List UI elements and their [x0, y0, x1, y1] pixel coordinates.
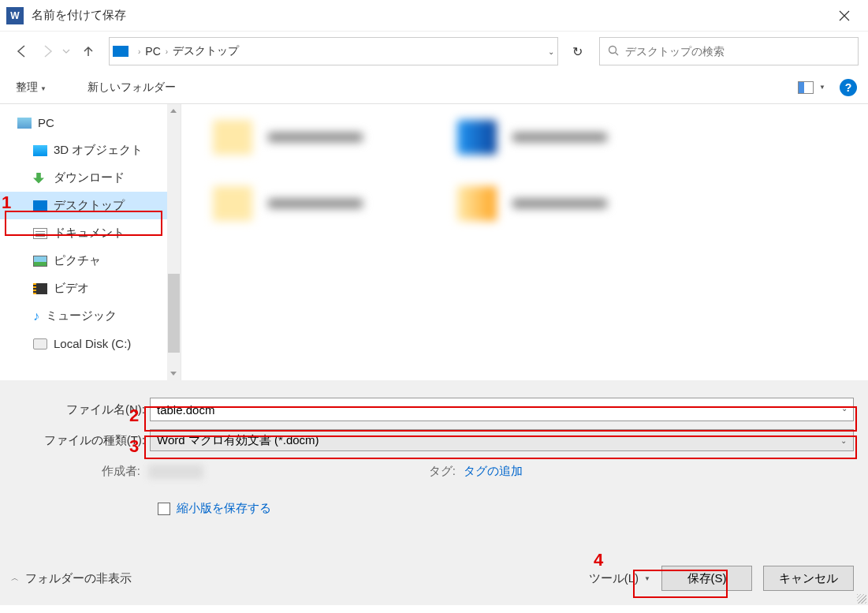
chevron-right-icon: › [138, 47, 140, 56]
sidebar-item-label: ミュージック [46, 308, 117, 323]
hide-folders-button[interactable]: ︿ フォルダーの非表示 [11, 571, 132, 586]
thumbnail-checkbox[interactable] [158, 503, 170, 515]
annotation-num-1: 1 [2, 192, 11, 213]
sidebar-item-label: デスクトップ [54, 198, 125, 213]
search-box[interactable] [599, 37, 859, 65]
sidebar-item-documents[interactable]: ドキュメント [0, 219, 181, 247]
save-button[interactable]: 保存(S) [661, 566, 752, 591]
tag-label: タグ: [429, 464, 456, 479]
annotation-num-2: 2 [129, 406, 139, 426]
cancel-button[interactable]: キャンセル [763, 566, 854, 591]
hide-folders-label: フォルダーの非表示 [25, 571, 132, 586]
filetype-select[interactable]: Word マクロ有効文書 (*.docm) ⌄ [150, 429, 854, 451]
sidebar-item-label: PC [38, 116, 54, 129]
disk-icon [33, 338, 47, 349]
help-button[interactable]: ? [840, 79, 857, 96]
breadcrumb-desktop[interactable]: デスクトップ [173, 44, 239, 58]
file-list[interactable] [181, 104, 868, 380]
download-icon [33, 173, 47, 184]
resize-handle[interactable] [857, 594, 866, 604]
sidebar-item-downloads[interactable]: ダウンロード [0, 164, 181, 192]
tools-button[interactable]: ツール(L) ▼ [589, 571, 650, 586]
svg-point-0 [609, 46, 617, 53]
close-button[interactable] [826, 4, 862, 28]
sidebar-scrollbar[interactable] [167, 104, 181, 380]
annotation-num-4: 4 [594, 550, 603, 570]
new-folder-button[interactable]: 新しいフォルダー [83, 77, 181, 98]
sidebar-item-label: 3D オブジェクト [54, 143, 143, 158]
dialog-title: 名前を付けて保存 [32, 8, 126, 23]
document-icon [33, 228, 47, 239]
search-input[interactable] [625, 45, 850, 58]
toolbar: 整理▼ 新しいフォルダー ▼ ? [0, 71, 868, 104]
picture-icon [33, 256, 47, 267]
sidebar-item-music[interactable]: ♪ ミュージック [0, 302, 181, 330]
chevron-down-icon: ▼ [644, 575, 650, 582]
chevron-up-icon: ︿ [11, 573, 19, 584]
author-label: 作成者: [14, 464, 148, 479]
pc-icon [17, 118, 32, 129]
chevron-down-icon[interactable]: ⌄ [841, 404, 848, 413]
desktop-icon [113, 46, 129, 57]
filetype-value: Word マクロ有効文書 (*.docm) [157, 433, 319, 448]
tools-label: ツール(L) [589, 571, 639, 586]
refresh-button[interactable]: ↻ [561, 37, 593, 65]
organize-label: 整理 [16, 80, 38, 93]
breadcrumb-pc[interactable]: PC [145, 45, 160, 58]
cube-icon [33, 145, 47, 156]
author-value[interactable] [148, 465, 203, 479]
sidebar-item-videos[interactable]: ビデオ [0, 275, 181, 302]
cancel-label: キャンセル [779, 571, 838, 586]
word-icon: W [6, 7, 24, 24]
sidebar-item-localdisk[interactable]: Local Disk (C:) [0, 330, 181, 357]
organize-button[interactable]: 整理▼ [11, 77, 51, 98]
sidebar: PC 3D オブジェクト ダウンロード デスクトップ ドキュメント ピクチャ ビ… [0, 104, 181, 380]
save-label: 保存(S) [687, 571, 727, 586]
sidebar-item-3d[interactable]: 3D オブジェクト [0, 136, 181, 164]
forward-button[interactable] [35, 39, 60, 64]
recent-dropdown[interactable] [60, 39, 73, 64]
view-icon [798, 81, 814, 94]
sidebar-item-label: ピクチャ [54, 253, 101, 268]
annotation-num-3: 3 [129, 436, 139, 457]
sidebar-item-label: ビデオ [54, 281, 89, 296]
sidebar-item-label: Local Disk (C:) [54, 337, 131, 350]
sidebar-item-label: ドキュメント [54, 226, 125, 241]
video-icon [33, 283, 47, 294]
filename-input[interactable] [150, 398, 854, 421]
chevron-right-icon: › [166, 47, 168, 56]
desktop-icon [33, 200, 47, 211]
up-button[interactable] [76, 39, 101, 64]
sidebar-item-pc[interactable]: PC [0, 109, 181, 136]
sidebar-item-pictures[interactable]: ピクチャ [0, 247, 181, 275]
view-button[interactable]: ▼ [798, 81, 825, 94]
main-area: PC 3D オブジェクト ダウンロード デスクトップ ドキュメント ピクチャ ビ… [0, 104, 868, 380]
chevron-down-icon[interactable]: ⌄ [548, 47, 554, 56]
tag-add-link[interactable]: タグの追加 [464, 464, 523, 479]
back-button[interactable] [9, 39, 35, 64]
sidebar-item-desktop[interactable]: デスクトップ [0, 192, 181, 219]
title-bar: W 名前を付けて保存 [0, 0, 868, 32]
chevron-down-icon: ⌄ [840, 436, 847, 445]
breadcrumb[interactable]: › PC › デスクトップ ⌄ [109, 37, 558, 65]
nav-bar: › PC › デスクトップ ⌄ ↻ [0, 32, 868, 71]
music-icon: ♪ [33, 309, 39, 323]
sidebar-item-label: ダウンロード [54, 170, 125, 185]
search-icon [608, 45, 619, 58]
thumbnail-label[interactable]: 縮小版を保存する [177, 501, 271, 516]
